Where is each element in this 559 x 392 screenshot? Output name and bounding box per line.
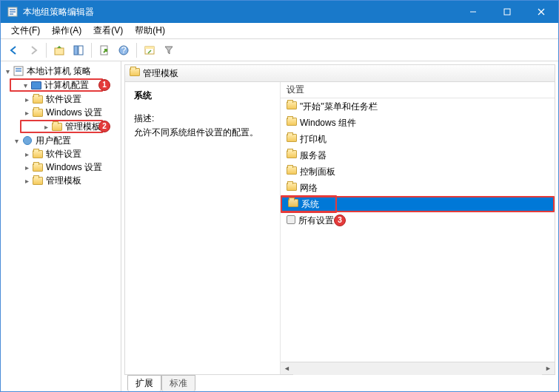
toolbar-separator — [46, 43, 47, 58]
folder-icon — [32, 148, 44, 160]
collapse-icon[interactable]: ▾ — [20, 81, 30, 89]
tree-item[interactable]: ▸ 软件设置 — [2, 92, 119, 106]
forward-button[interactable] — [24, 41, 42, 59]
tree-user-config[interactable]: ▾ 用户配置 — [2, 134, 119, 147]
column-header[interactable]: 设置 — [281, 82, 555, 98]
detail-desc: 允许不同系统组件设置的配置。 — [134, 126, 271, 139]
scroll-right-icon[interactable]: ► — [542, 362, 555, 375]
menu-view[interactable]: 查看(V) — [87, 23, 129, 38]
svg-rect-8 — [55, 48, 64, 55]
toolbar: ? — [1, 39, 558, 61]
tab-extended[interactable]: 扩展 — [127, 375, 161, 391]
svg-rect-5 — [504, 9, 510, 15]
svg-rect-10 — [78, 46, 83, 55]
show-hide-tree-button[interactable] — [70, 41, 87, 59]
tree-item[interactable]: ▸ Windows 设置 — [2, 160, 119, 174]
folder-icon — [51, 121, 63, 132]
folder-icon — [287, 150, 297, 160]
list-item-all-settings[interactable]: 所有设置 — [281, 212, 555, 229]
content-pane: 管理模板 系统 描述: 允许不同系统组件设置的配置。 设置 "开始"菜单和任务栏… — [121, 61, 558, 391]
options-button[interactable] — [141, 41, 158, 59]
menubar: 文件(F) 操作(A) 查看(V) 帮助(H) — [1, 23, 558, 39]
expand-icon[interactable]: ▸ — [21, 163, 32, 172]
folder-icon — [32, 107, 44, 118]
list-item[interactable]: Windows 组件 — [281, 115, 555, 131]
minimize-button[interactable] — [456, 1, 490, 23]
folder-icon — [130, 68, 140, 78]
tree-pane[interactable]: ▾ 本地计算机 策略 ▾ 计算机配置 1 ▸ 软件设置 ▸ Windows 设置… — [1, 61, 121, 391]
tab-standard[interactable]: 标准 — [161, 375, 195, 391]
computer-icon — [30, 79, 42, 91]
tree-root[interactable]: ▾ 本地计算机 策略 — [2, 64, 119, 78]
close-button[interactable] — [524, 1, 558, 23]
list-item-label: 系统 — [301, 198, 319, 211]
scroll-left-icon[interactable]: ◄ — [281, 362, 293, 375]
list-item-label: 打印机 — [300, 133, 327, 146]
list-item[interactable]: 控制面板 — [281, 163, 555, 180]
list-item[interactable]: "开始"菜单和任务栏 — [281, 98, 555, 115]
tree-root-label: 本地计算机 策略 — [27, 65, 91, 78]
svg-rect-9 — [74, 46, 78, 55]
folder-icon — [287, 118, 297, 128]
folder-icon — [32, 161, 44, 173]
annotation-badge-3: 3 — [334, 214, 346, 226]
expand-icon[interactable]: ▸ — [41, 123, 51, 131]
export-button[interactable] — [96, 41, 113, 59]
column-header-label: 设置 — [287, 84, 304, 96]
expand-icon[interactable]: ▸ — [21, 95, 32, 104]
list-item[interactable]: 网络 — [281, 180, 555, 196]
folder-icon — [287, 134, 297, 144]
filter-button[interactable] — [160, 41, 178, 59]
item-list[interactable]: "开始"菜单和任务栏 Windows 组件 打印机 服务器 控制面板 网络 系统… — [281, 98, 555, 362]
tree-admin-templates[interactable]: ▸ 管理模板 — [20, 120, 103, 133]
policy-icon — [13, 65, 24, 77]
menu-action[interactable]: 操作(A) — [46, 23, 87, 38]
tree-item[interactable]: ▸ 管理模板 — [2, 174, 119, 187]
list-item-label: 控制面板 — [300, 166, 335, 178]
toolbar-separator — [136, 43, 137, 58]
window-buttons — [456, 1, 558, 23]
annotation-badge-1: 1 — [98, 79, 110, 91]
content-body: 系统 描述: 允许不同系统组件设置的配置。 设置 "开始"菜单和任务栏 Wind… — [124, 82, 555, 375]
expand-icon[interactable]: ▸ — [21, 150, 32, 158]
tree-computer-config[interactable]: ▾ 计算机配置 — [10, 78, 103, 92]
list-item[interactable]: 服务器 — [281, 147, 555, 163]
menu-help[interactable]: 帮助(H) — [129, 23, 171, 38]
tree-item-label: 管理模板 — [46, 175, 81, 187]
expand-icon[interactable]: ▸ — [21, 177, 32, 185]
tree-item[interactable]: ▸ 软件设置 — [2, 147, 119, 160]
back-button[interactable] — [5, 41, 23, 59]
horizontal-scrollbar[interactable]: ◄ ► — [281, 362, 555, 374]
svg-rect-1 — [10, 9, 16, 10]
list-item-label: 服务器 — [300, 149, 327, 162]
tree-item[interactable]: ▸ Windows 设置 — [2, 106, 119, 119]
view-tabs: 扩展 标准 — [124, 375, 555, 391]
expand-icon[interactable]: ▸ — [21, 109, 32, 117]
svg-rect-17 — [16, 68, 21, 70]
content-header[interactable]: 管理模板 — [124, 64, 555, 82]
maximize-button[interactable] — [490, 1, 524, 23]
folder-icon — [32, 93, 44, 105]
scroll-track[interactable] — [293, 362, 542, 375]
user-icon — [21, 135, 33, 146]
list-item-label: "开始"菜单和任务栏 — [300, 101, 378, 113]
list-item-selected[interactable]: 系统 — [281, 196, 555, 212]
svg-rect-3 — [10, 13, 13, 15]
svg-text:?: ? — [121, 45, 127, 55]
settings-icon — [287, 215, 295, 226]
list-item-label: Windows 组件 — [300, 117, 356, 129]
collapse-icon[interactable]: ▾ — [2, 67, 13, 75]
tree-item-label: 软件设置 — [46, 148, 81, 160]
folder-icon — [288, 199, 298, 209]
up-button[interactable] — [50, 41, 68, 59]
list-item[interactable]: 打印机 — [281, 131, 555, 147]
help-button[interactable]: ? — [115, 41, 133, 59]
collapse-icon[interactable]: ▾ — [11, 137, 21, 145]
tree-item-label: Windows 设置 — [46, 161, 102, 174]
workspace: ▾ 本地计算机 策略 ▾ 计算机配置 1 ▸ 软件设置 ▸ Windows 设置… — [1, 61, 558, 391]
titlebar: 本地组策略编辑器 — [1, 1, 558, 23]
detail-title: 系统 — [134, 89, 271, 102]
menu-file[interactable]: 文件(F) — [5, 23, 46, 38]
svg-rect-15 — [145, 47, 154, 49]
svg-rect-2 — [10, 11, 16, 13]
